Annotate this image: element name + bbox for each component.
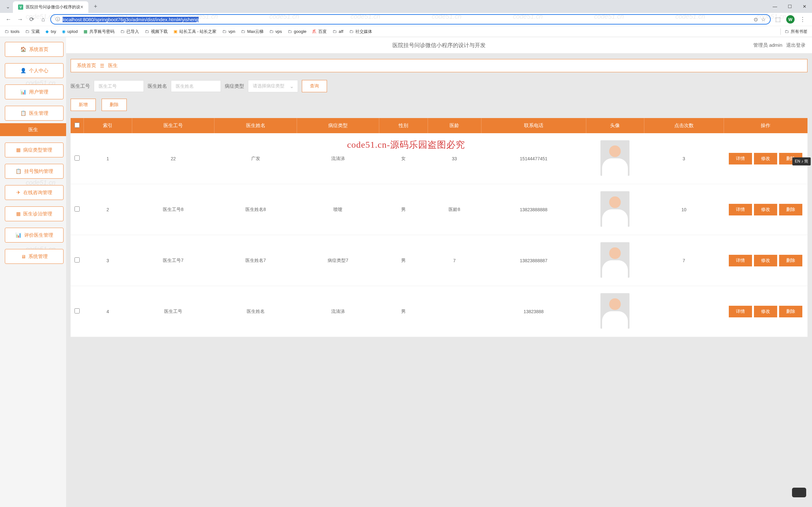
bookmark-item[interactable]: 🗀宝藏 [25,29,40,35]
cell-clicks: 3 [644,133,723,184]
ime-indicator[interactable]: EN ♪ 简 [792,157,811,165]
bookmark-item[interactable]: 🗀社交媒体 [349,29,372,35]
close-window-button[interactable]: ✕ [797,0,812,13]
all-bookmarks[interactable]: 🗀所有书签 [778,29,808,35]
forward-button[interactable]: → [15,15,24,24]
maximize-button[interactable]: ☐ [782,0,797,13]
row-checkbox[interactable] [74,258,80,263]
grid-icon: ▦ [16,211,21,217]
back-button[interactable]: ← [4,15,13,24]
home-button[interactable]: ⌂ [39,15,48,24]
detail-button[interactable]: 详情 [729,153,752,165]
cell-name: 医生姓名7 [215,235,297,286]
edit-button[interactable]: 修改 [754,153,777,165]
detail-button[interactable]: 详情 [729,204,752,216]
row-checkbox[interactable] [74,207,80,212]
breadcrumb-home[interactable]: 系统首页 [77,63,96,69]
close-icon[interactable]: × [80,4,83,10]
site-info-icon[interactable]: ⓘ [55,16,60,22]
edit-button[interactable]: 修改 [754,255,777,266]
sidebar: 🏠系统首页 👤个人中心 📊用户管理 📋医生管理 医生 ▦病症类型管理 📋挂号预约… [0,37,66,507]
new-tab-button[interactable]: + [91,2,100,11]
edit-button[interactable]: 修改 [754,306,777,317]
sidebar-item-home[interactable]: 🏠系统首页 [5,42,63,57]
bookmark-item[interactable]: 爪百度 [312,29,327,35]
folder-icon: 🗀 [333,29,337,34]
doctor-name-input[interactable] [171,80,221,92]
filter-label-type: 病症类型 [225,83,244,89]
bookmark-item[interactable]: ▣站长工具 - 站长之家 [173,29,217,35]
col-name: 医生姓名 [215,118,297,133]
tab-title: 医院挂号问诊微信小程序的设 [26,4,80,10]
extensions-icon[interactable]: ⬚ [773,15,782,24]
bookmark-item[interactable]: 🗀视频下载 [145,29,168,35]
filter-bar: 医生工号 医生姓名 病症类型 请选择病症类型 查询 [71,80,808,92]
cell-clicks: 10 [644,184,723,235]
sidebar-item-system[interactable]: 🖥系统管理 [5,249,63,264]
folder-icon: 🗀 [222,29,226,34]
bookmark-item[interactable]: 🗀google [288,29,306,34]
password-icon[interactable]: ⊙ [754,16,758,22]
link-icon: 爪 [312,29,316,35]
sidebar-item-consult[interactable]: ✈在线咨询管理 [5,185,63,200]
bookmark-item[interactable]: 🗀Max云梯 [241,29,264,35]
delete-button[interactable]: 删除 [102,99,127,111]
sidebar-item-appointment[interactable]: 📋挂号预约管理 [5,164,63,179]
sidebar-item-users[interactable]: 📊用户管理 [5,84,63,99]
sidebar-item-review[interactable]: 📊评价医生管理 [5,228,63,242]
table-row: 1 22 广发 流清涕 女 33 15144477451 3 详情 修改 删除 [71,133,808,184]
profile-avatar[interactable]: W [786,15,795,23]
sidebar-submenu-doctor[interactable]: 医生 [0,123,66,136]
link-icon: ▣ [173,29,177,34]
url-bar[interactable]: ⓘ localhost:8080/springboot76g3o/admin/d… [50,14,771,24]
sidebar-item-treatment[interactable]: ▦医生诊治管理 [5,207,63,221]
bookmark-star-icon[interactable]: ☆ [761,16,765,22]
bookmark-item[interactable]: ▦共享账号密码 [83,29,114,35]
logout-link[interactable]: 退出登录 [786,42,806,48]
cell-type: 流清涕 [297,133,379,184]
sidebar-item-profile[interactable]: 👤个人中心 [5,63,63,78]
folder-icon: 🗀 [241,29,245,34]
cell-avatar [586,133,644,184]
cell-avatar [586,184,644,235]
bookmark-item[interactable]: 🗀aff [333,29,343,34]
bookmark-item[interactable]: 🗀tools [4,29,19,34]
bookmark-item[interactable]: ◉uplod [62,29,78,34]
disease-type-select[interactable]: 请选择病症类型 [248,80,298,92]
sidebar-item-doctors[interactable]: 📋医生管理 [5,106,63,121]
bookmark-item[interactable]: 🗀已导入 [120,29,139,35]
folder-icon: 🗀 [349,29,353,34]
bookmark-item[interactable]: ◆txy [46,29,56,34]
detail-button[interactable]: 详情 [729,306,752,317]
row-delete-button[interactable]: 删除 [779,204,802,216]
detail-button[interactable]: 详情 [729,255,752,266]
bookmark-item[interactable]: 🗀vpn [222,29,235,34]
row-checkbox[interactable] [74,308,80,314]
avatar-image [600,140,630,176]
tab-dropdown-icon[interactable]: ⌄ [4,3,12,10]
cell-gender: 男 [379,184,427,235]
add-button[interactable]: 新增 [71,99,96,111]
menu-toggle-icon[interactable]: ☰ [100,63,104,69]
row-checkbox[interactable] [74,156,80,161]
bookmark-item[interactable]: 🗀vps [269,29,282,34]
table-row: 2 医生工号8 医生姓名8 喷嚏 男 医龄8 13823888888 10 详情… [71,184,808,235]
float-widget[interactable] [792,488,806,497]
row-delete-button[interactable]: 删除 [779,306,802,317]
browser-tab[interactable]: V 医院挂号问诊微信小程序的设 × [13,1,89,13]
select-all-checkbox[interactable] [74,122,80,128]
doctor-id-input[interactable] [94,80,144,92]
url-text: localhost:8080/springboot76g3o/admin/dis… [63,17,754,22]
link-icon: ▦ [83,29,88,34]
reload-button[interactable]: ⟳ [27,15,36,24]
cell-phone: 13823888 [481,286,586,337]
search-button[interactable]: 查询 [302,80,327,92]
sidebar-item-disease-type[interactable]: ▦病症类型管理 [5,143,63,157]
folder-icon: 🗀 [25,29,30,34]
edit-button[interactable]: 修改 [754,204,777,216]
cell-gender: 男 [379,286,427,337]
minimize-button[interactable]: — [767,0,782,13]
row-delete-button[interactable]: 删除 [779,255,802,266]
menu-icon[interactable]: ⋮ [797,16,808,23]
cell-phone: 13823888888 [481,184,586,235]
